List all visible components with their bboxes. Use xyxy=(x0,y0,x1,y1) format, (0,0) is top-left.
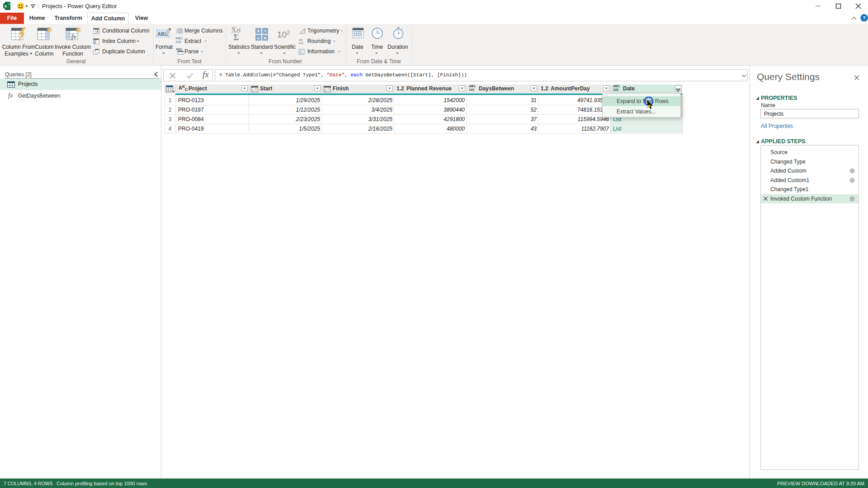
svg-text:]: ] xyxy=(182,28,183,33)
svg-text:×: × xyxy=(264,35,266,41)
svg-text:?: ? xyxy=(863,15,866,21)
svg-text:≠: ≠ xyxy=(96,30,99,34)
svg-text:−: − xyxy=(264,28,267,34)
svg-text:.0: .0 xyxy=(301,42,303,45)
svg-text:÷: ÷ xyxy=(257,35,259,41)
svg-text:X: X xyxy=(4,4,7,9)
svg-text:abc: abc xyxy=(176,47,182,51)
svg-text:+: + xyxy=(257,28,260,34)
svg-text:fx: fx xyxy=(71,33,76,40)
svg-text:.00: .00 xyxy=(298,38,302,42)
svg-text:[: [ xyxy=(176,28,178,33)
svg-text:+: + xyxy=(302,52,304,55)
